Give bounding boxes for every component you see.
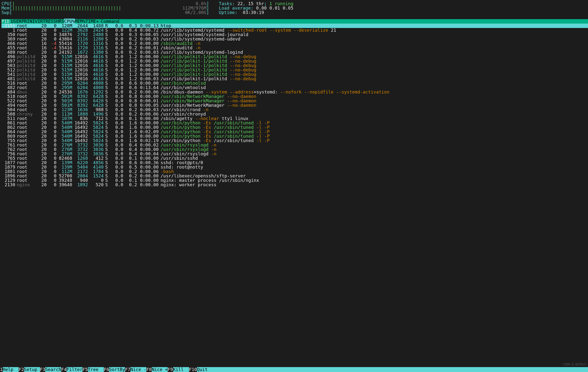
process-row[interactable]: 455root16-45541617201316S0.00.20:00.01/s… <box>1 46 588 50</box>
process-row[interactable]: 755root200540M164925824S0.01.60:02.19/us… <box>1 138 588 143</box>
fkey-label: F3 <box>40 367 45 372</box>
process-row[interactable]: 518root200501M83926428S0.00.80:00.00/usr… <box>1 94 588 99</box>
fkey-label: F7 <box>125 367 130 372</box>
process-row[interactable]: 1881root200112M21721784S0.00.20:00.06-ba… <box>1 169 588 174</box>
hdr-res[interactable]: RES <box>45 19 54 24</box>
cell-cmd: /usr/sbin/crond -n <box>159 107 588 112</box>
fkey-action[interactable]: Nice - <box>130 367 146 372</box>
fkey-action[interactable]: Search <box>45 367 61 372</box>
process-row[interactable]: 2130nginx200396401892520S0.00.20:00.00ng… <box>1 183 588 187</box>
htop-screen: { "meters": { "cpu": { "label":"CPU", "b… <box>0 0 588 372</box>
process-row[interactable]: 496polkitd200515M120164616S0.01.20:00.00… <box>1 54 588 59</box>
process-row[interactable]: 862root200540M164925824S0.01.60:00.00/us… <box>1 125 588 130</box>
process-row[interactable]: 508chrony200113M18881496S0.00.20:00.06/u… <box>1 112 588 116</box>
process-row[interactable]: 762root200276M37323036S0.00.40:00.00/usr… <box>1 147 588 152</box>
process-row[interactable]: 503polkitd200515M120164616S0.01.20:00.00… <box>1 63 588 68</box>
fkey-label: F5 <box>82 367 88 372</box>
cell-cmd: /usr/sbin/NetworkManager --no-daemon <box>159 103 588 107</box>
cell-cmd: nginx: worker process <box>159 183 588 187</box>
process-row[interactable]: 1877root200139M62204856S0.00.60:00.36ssh… <box>1 160 588 165</box>
process-row[interactable]: 494root200501M83926428S0.00.80:00.05/usr… <box>1 103 588 107</box>
process-row[interactable]: 512polkitd200515M120164616S0.01.20:00.00… <box>1 68 588 72</box>
meter-row: Swp[ 0K/2.00G]Uptime: 03:30:19 <box>1 10 588 15</box>
fkey-action[interactable]: Setup <box>24 367 40 372</box>
meter-value: 0K/2.00G <box>12 10 206 15</box>
cell-cmd: nginx: master process /usr/sbin/nginx <box>159 178 588 183</box>
cell-virt: 39640 <box>56 183 72 187</box>
meter-label: Swp <box>1 10 10 15</box>
process-row[interactable]: 511root200107M836712S0.00.10:00.00/sbin/… <box>1 116 588 121</box>
cell-cmd: sshd: root@notty <box>159 165 588 169</box>
cell-cmd: /usr/sbin/sshd <box>159 156 588 160</box>
fkey-label: 1 <box>0 367 3 372</box>
cell-cmd: /usr/lib/systemd/systemd-udevd <box>159 37 588 41</box>
watermark: CSDN @ 程序bot <box>563 362 587 367</box>
uptime-label: Uptime: <box>219 10 243 15</box>
process-row[interactable]: 522root200501M83926428S0.00.80:00.01/usr… <box>1 99 588 103</box>
process-row[interactable]: 350root2003487627922488S0.00.30:00.05/us… <box>1 32 588 37</box>
cell-cmd: /sbin/auditd -n <box>159 41 588 46</box>
fkey-label: F6 <box>104 367 109 372</box>
cell-res: 1892 <box>72 183 88 187</box>
process-row[interactable]: 756root200276M37323036S0.00.40:00.04/usr… <box>1 152 588 156</box>
cell-cmd: sshd: root@pts/0 <box>159 160 588 165</box>
fkey-action[interactable]: SortBy <box>109 367 125 372</box>
cell-cpu: 0.0 <box>109 183 123 187</box>
process-row[interactable]: 1896root2005270020841524S0.00.20:00.00/u… <box>1 174 588 178</box>
cell-cmd: /usr/bin/python -Es /usr/sbin/tuned -l -… <box>159 138 588 143</box>
fkey-label: F8 <box>146 367 152 372</box>
fkey-label: F9 <box>168 367 173 372</box>
process-row[interactable]: 480root2002419216721380S0.00.20:00.03/us… <box>1 50 588 54</box>
cell-cmd: /usr/bin/vmtoolsd <box>159 81 588 85</box>
fkey-action[interactable]: Quit <box>197 367 207 372</box>
fkey-label: F2 <box>19 367 24 372</box>
footer-fill <box>208 367 588 372</box>
column-header[interactable]: PIDUSERPRINIVIRTRESSHRSCPU%MEM%TIME+Comm… <box>1 19 588 24</box>
process-row[interactable]: 481polkitd200515M120164616S0.01.20:00.03… <box>1 77 588 81</box>
cell-cmd: /usr/lib/polkit-1/polkitd --no-debug <box>159 77 588 81</box>
cell-ni: 0 <box>47 183 56 187</box>
meters-panel: CPU[| 0.6%]Tasks: 22, 15 thr; 1 runningM… <box>1 1 588 19</box>
cell-time: 0:00.00 <box>137 183 159 187</box>
fkey-label: F10 <box>189 367 197 372</box>
cell-s: S <box>104 183 109 187</box>
fkey-action[interactable]: Kill <box>173 367 189 372</box>
cell-cmd: /usr/sbin/rsyslogd -n <box>159 147 588 152</box>
process-row[interactable]: 864root200540M164925824S0.01.60:02.09/us… <box>1 130 588 134</box>
cell-pri: 20 <box>35 183 47 187</box>
uptime-value: 03:30:19 <box>243 10 264 15</box>
fkey-action[interactable]: Help <box>3 367 19 372</box>
process-row[interactable]: 1879root200139M54044140S0.00.50:00.00ssh… <box>1 165 588 169</box>
process-row[interactable]: 1root200122M36282424S0.00.40:00.72/usr/l… <box>1 28 588 32</box>
bracket-icon: ] <box>206 10 209 15</box>
cell-user: nginx <box>15 183 35 187</box>
process-row[interactable]: 861root200540M164925824S0.01.60:00.00/us… <box>1 121 588 125</box>
cell-pid: 2130 <box>1 183 15 187</box>
process-row[interactable]: 466root16-45541617201316S0.00.20:00.00/s… <box>1 41 588 46</box>
cell-cmd: /usr/sbin/rsyslogd -n <box>159 152 588 156</box>
fkey-label: F4 <box>61 367 67 372</box>
process-list[interactable]: 1root200122M36282424S0.00.40:00.72/usr/l… <box>1 28 588 187</box>
cell-cmd: /usr/sbin/rsyslogd -n <box>159 143 588 147</box>
process-row[interactable]: 369root2004380421161280S0.00.20:00.03/us… <box>1 37 588 41</box>
fkey-action[interactable]: Filter <box>67 367 82 372</box>
process-row[interactable]: 516root200295M62044808S0.00.60:00.00/usr… <box>1 81 588 85</box>
process-row[interactable]: 484dbus2002453616761292S0.00.20:00.06/bi… <box>1 90 588 94</box>
hdr-ni[interactable]: NI <box>29 19 35 24</box>
fkey-action[interactable]: Tree <box>88 367 104 372</box>
process-row[interactable]: 541polkitd200515M120164616S0.01.20:00.00… <box>1 72 588 77</box>
process-row[interactable]: 869root200540M164925824S0.01.60:00.00/us… <box>1 134 588 138</box>
cell-mem: 0.2 <box>123 183 137 187</box>
fkey-action[interactable]: Nice + <box>152 367 168 372</box>
process-row[interactable]: 497polkitd200515M120164616S0.01.20:00.00… <box>1 59 588 63</box>
process-row[interactable]: 2129root200392489400S0.00.10:00.00nginx:… <box>1 178 588 183</box>
process-row[interactable]: 761root200276M37323036S0.00.40:00.02/usr… <box>1 143 588 147</box>
process-row[interactable]: 504root200123M1636988S0.00.20:00.03/usr/… <box>1 107 588 112</box>
bracket-icon: [ <box>10 10 12 15</box>
cell-shr: 520 <box>88 183 104 187</box>
process-row[interactable]: 765root200824681268412S0.00.10:00.00/usr… <box>1 156 588 160</box>
footer-bar[interactable]: 1Help F2Setup F3SearchF4FilterF5Tree F6S… <box>0 367 588 372</box>
